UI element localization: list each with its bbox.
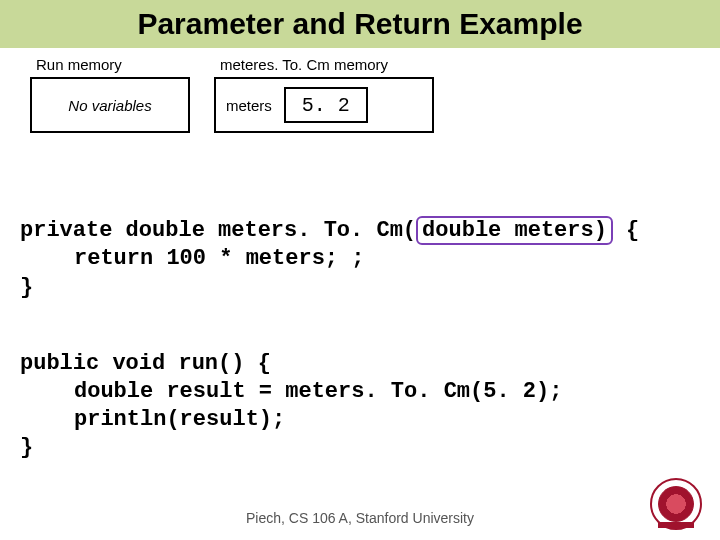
run-sig: public void run() { — [20, 351, 271, 376]
var-value-meters: 5. 2 — [302, 94, 350, 117]
run-memory-content: No variables — [68, 97, 151, 114]
var-value-box: 5. 2 — [284, 87, 368, 123]
code-area: private double meters. To. Cm(double met… — [0, 133, 720, 540]
close-brace-1: } — [20, 275, 33, 300]
run-line-2: println(result); — [20, 406, 285, 434]
var-label-meters: meters — [226, 97, 272, 114]
stanford-seal-icon — [650, 478, 702, 530]
slide-title: Parameter and Return Example — [137, 7, 582, 41]
memory-row: Run memory No variables meteres. To. Cm … — [0, 48, 720, 133]
run-memory-box: No variables — [30, 77, 190, 133]
code-block-meterstocm: private double meters. To. Cm(double met… — [20, 217, 720, 301]
footer-text: Piech, CS 106 A, Stanford University — [0, 510, 720, 526]
close-brace-2: } — [20, 435, 33, 460]
fn-memory-header: meteres. To. Cm memory — [214, 56, 434, 77]
fn-memory-box: meters 5. 2 — [214, 77, 434, 133]
return-line: return 100 * meters; ; — [20, 245, 364, 273]
title-bar: Parameter and Return Example — [0, 0, 720, 48]
fn-memory-column: meteres. To. Cm memory meters 5. 2 — [214, 56, 434, 133]
param-highlight: double meters) — [416, 216, 613, 245]
run-line-1: double result = meters. To. Cm(5. 2); — [20, 378, 562, 406]
code-block-run: public void run() { double result = mete… — [20, 350, 720, 463]
sig-suffix: { — [613, 218, 639, 243]
run-memory-header: Run memory — [30, 56, 190, 77]
sig-prefix: private double meters. To. Cm( — [20, 218, 416, 243]
run-memory-column: Run memory No variables — [30, 56, 190, 133]
